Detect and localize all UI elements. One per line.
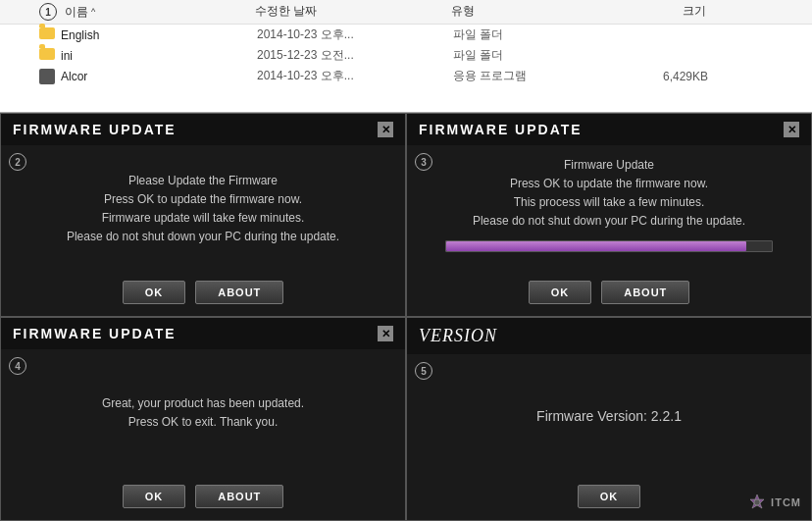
dialog-body-3: 4 Great, your product has been updated. … <box>1 349 405 477</box>
dialog-message-1: Please Update the Firmware Press OK to u… <box>67 172 339 247</box>
ok-button-1[interactable]: OK <box>123 281 186 304</box>
dialog-buttons-1: OK ABOUT <box>1 273 405 316</box>
svg-point-0 <box>754 499 760 505</box>
step-number-4: 4 <box>9 357 26 375</box>
close-button-2[interactable]: ✕ <box>784 122 799 137</box>
itcm-logo-text: ITCM <box>771 496 801 508</box>
ok-button-2[interactable]: OK <box>529 281 592 304</box>
dialog-body-2: 3 Firmware Update Press OK to update the… <box>407 145 811 273</box>
dialog-firmware-update-1: FIRMWARE UPDATE ✕ 2 Please Update the Fi… <box>0 113 406 317</box>
col-name-header: 이름 <box>65 4 88 21</box>
dialog-buttons-3: OK ABOUT <box>1 477 405 520</box>
sort-arrow: ^ <box>91 7 95 17</box>
col-date-header: 수정한 날짜 <box>255 3 451 21</box>
step-number-1: 1 <box>39 3 57 21</box>
file-date-ini: 2015-12-23 오전... <box>257 47 453 64</box>
about-button-2[interactable]: ABOUT <box>601 281 689 304</box>
dialog-firmware-update-3: FIRMWARE UPDATE ✕ 4 Great, your product … <box>0 317 406 521</box>
dialog-body-1: 2 Please Update the Firmware Press OK to… <box>1 145 405 273</box>
app-icon-alcor <box>39 69 55 84</box>
file-row-ini[interactable]: ini 2015-12-23 오전... 파일 폴더 <box>0 45 812 66</box>
dialogs-grid: FIRMWARE UPDATE ✕ 2 Please Update the Fi… <box>0 113 812 521</box>
dialog-title-1: FIRMWARE UPDATE <box>13 122 177 137</box>
ok-button-3[interactable]: OK <box>123 485 186 508</box>
dialog-title-3: FIRMWARE UPDATE <box>13 326 177 341</box>
version-text: Firmware Version: 2.2.1 <box>536 408 682 424</box>
dialog-titlebar-4: VERSION <box>407 318 811 354</box>
dialog-body-4: 5 Firmware Version: 2.2.1 <box>407 354 811 477</box>
column-headers: 1 이름 ^ 수정한 날짜 유형 크기 <box>0 0 812 25</box>
dialog-titlebar-3: FIRMWARE UPDATE ✕ <box>1 318 405 349</box>
file-date-english: 2014-10-23 오후... <box>257 26 453 43</box>
file-type-ini: 파일 폴더 <box>453 47 610 64</box>
dialog-title-4: VERSION <box>419 326 497 346</box>
col-type-header: 유형 <box>451 3 608 21</box>
file-name-alcor: Alcor <box>61 70 257 83</box>
step-number-3: 3 <box>415 153 432 171</box>
file-type-alcor: 응용 프로그램 <box>453 68 610 84</box>
dialog-titlebar-1: FIRMWARE UPDATE ✕ <box>1 114 405 145</box>
file-date-alcor: 2014-10-23 오후... <box>257 68 453 84</box>
dialog-titlebar-2: FIRMWARE UPDATE ✕ <box>407 114 811 145</box>
about-button-3[interactable]: ABOUT <box>195 485 283 508</box>
file-explorer: 1 이름 ^ 수정한 날짜 유형 크기 English 2014-10-23 오… <box>0 0 812 113</box>
dialog-buttons-2: OK ABOUT <box>407 273 811 316</box>
file-name-ini: ini <box>61 49 257 63</box>
progress-container <box>445 240 774 252</box>
itcm-logo-icon <box>747 493 767 512</box>
dialog-message-3: Great, your product has been updated. Pr… <box>102 394 304 432</box>
dialog-version: VERSION 5 Firmware Version: 2.2.1 OK ITC… <box>406 317 812 521</box>
file-size-alcor: 6,429KB <box>610 70 708 83</box>
close-button-3[interactable]: ✕ <box>378 326 393 341</box>
about-button-1[interactable]: ABOUT <box>195 281 283 304</box>
file-row-alcor[interactable]: Alcor 2014-10-23 오후... 응용 프로그램 6,429KB <box>0 66 812 86</box>
itcm-logo: ITCM <box>747 493 801 512</box>
folder-icon-english <box>39 27 55 43</box>
dialog-firmware-update-2: FIRMWARE UPDATE ✕ 3 Firmware Update Pres… <box>406 113 812 317</box>
folder-icon-ini <box>39 48 55 64</box>
col-size-header: 크기 <box>608 3 706 21</box>
ok-button-4[interactable]: OK <box>578 485 641 508</box>
file-name-english: English <box>61 28 257 42</box>
file-type-english: 파일 폴더 <box>453 26 610 43</box>
file-row-english[interactable]: English 2014-10-23 오후... 파일 폴더 <box>0 25 812 45</box>
step-number-5: 5 <box>415 362 432 380</box>
progress-bar <box>446 241 746 251</box>
dialog-title-2: FIRMWARE UPDATE <box>419 122 583 137</box>
step-number-2: 2 <box>9 153 26 171</box>
dialog-message-2: Firmware Update Press OK to update the f… <box>473 156 745 232</box>
close-button-1[interactable]: ✕ <box>378 122 393 137</box>
